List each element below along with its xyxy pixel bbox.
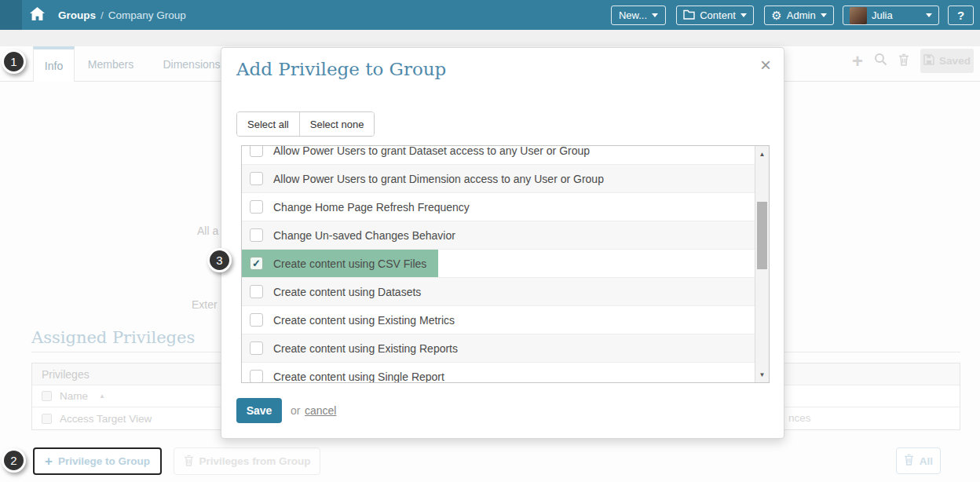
privilege-label: Allow Power Users to grant Dimension acc… — [273, 173, 627, 185]
privilege-checkbox[interactable] — [250, 370, 263, 383]
cancel-link[interactable]: cancel — [305, 404, 336, 417]
list-scrollbar[interactable]: ▲ ▼ — [755, 146, 769, 382]
chevron-down-icon — [926, 13, 932, 17]
add-privilege-button-label: Privilege to Group — [58, 455, 150, 467]
table-group-header-label: Privileges — [42, 368, 90, 381]
remove-privileges-button-label: Privileges from Group — [199, 455, 311, 467]
privilege-row[interactable]: Create content using Datasets — [242, 278, 769, 306]
scroll-down-icon[interactable]: ▼ — [755, 368, 769, 381]
privilege-label: Change Un-saved Changes Behavior — [273, 229, 479, 242]
close-icon[interactable]: × — [760, 56, 771, 75]
floppy-icon — [923, 54, 934, 68]
admin-button[interactable]: ⚙ Admin — [764, 5, 834, 25]
top-header: Groups / Company Group New... Content ⚙ … — [0, 0, 980, 30]
scrollbar-thumb[interactable] — [757, 202, 767, 269]
breadcrumb: Groups / Company Group — [58, 0, 186, 30]
select-all-button[interactable]: Select all — [237, 112, 299, 136]
user-avatar — [850, 7, 867, 24]
saved-button-label: Saved — [939, 55, 971, 67]
select-none-button[interactable]: Select none — [299, 112, 375, 136]
tab-dimensions-label: Dimensions — [163, 58, 220, 71]
clipped-label-exter: Exter — [192, 298, 218, 311]
content-button[interactable]: Content — [676, 5, 754, 25]
breadcrumb-current: Company Group — [108, 9, 186, 21]
tab-members[interactable]: Members — [79, 46, 143, 82]
privilege-row[interactable]: Create content using Single Report — [242, 363, 769, 383]
row-checkbox[interactable] — [42, 414, 52, 424]
help-button-label: ? — [957, 9, 964, 22]
privilege-label: Create content using Datasets — [273, 286, 444, 298]
user-menu-button[interactable]: Julia — [843, 5, 939, 25]
privilege-checkbox[interactable] — [250, 200, 263, 214]
saved-button[interactable]: Saved — [920, 49, 974, 73]
header-left-accent — [0, 0, 22, 30]
trash-icon — [184, 455, 194, 469]
annotation-step-1: 1 — [2, 49, 26, 74]
chevron-down-icon — [821, 13, 827, 17]
or-text: or — [291, 404, 300, 417]
clipped-cell-text: nces — [788, 412, 811, 424]
breadcrumb-groups-link[interactable]: Groups — [58, 9, 96, 21]
home-button[interactable] — [27, 7, 47, 23]
chevron-down-icon — [652, 13, 658, 17]
trash-icon[interactable] — [898, 53, 909, 69]
privilege-checkbox[interactable] — [250, 285, 263, 298]
screen: Groups / Company Group New... Content ⚙ … — [0, 0, 980, 482]
home-icon — [30, 7, 45, 24]
add-privilege-button[interactable]: + Privilege to Group — [33, 447, 162, 475]
delete-all-button-label: All — [920, 455, 933, 467]
save-button[interactable]: Save — [236, 398, 282, 423]
privilege-checkbox[interactable] — [250, 228, 263, 242]
privilege-row[interactable]: Change Home Page Refresh Frequency — [242, 193, 769, 221]
privilege-label: Change Home Page Refresh Frequency — [273, 201, 493, 214]
trash-icon — [904, 454, 914, 468]
chevron-down-icon — [740, 13, 747, 17]
add-icon[interactable]: + — [852, 52, 863, 71]
privilege-checkbox[interactable] — [250, 145, 263, 157]
breadcrumb-separator: / — [101, 9, 104, 21]
privilege-checkbox-checked[interactable]: ✓ — [250, 257, 263, 270]
assigned-privileges-heading: Assigned Privileges — [31, 328, 195, 347]
privilege-row[interactable]: Change Un-saved Changes Behavior — [242, 221, 769, 250]
privilege-label: Create content using Existing Metrics — [273, 314, 478, 327]
tab-members-label: Members — [88, 58, 133, 71]
folder-icon — [683, 9, 695, 22]
content-button-label: Content — [700, 9, 736, 21]
privilege-label: Create content using Existing Reports — [273, 342, 481, 355]
sort-asc-icon[interactable]: ▲ — [99, 393, 105, 400]
scroll-up-icon[interactable]: ▲ — [755, 148, 769, 160]
page-top-strip — [0, 30, 980, 46]
remove-privileges-button[interactable]: Privileges from Group — [174, 447, 320, 475]
privilege-label: Create content using Single Report — [273, 371, 468, 383]
privilege-row[interactable]: Create content using Existing Reports — [242, 334, 769, 363]
new-button[interactable]: New... — [611, 5, 666, 25]
new-button-label: New... — [619, 9, 647, 21]
table-row-label: Access Target View — [60, 413, 152, 425]
privilege-label: Create content using CSV Files — [273, 257, 450, 270]
page-toolbar: + Saved — [852, 49, 974, 73]
tab-info-label: Info — [45, 60, 63, 72]
tab-info[interactable]: Info — [33, 46, 75, 82]
search-icon[interactable] — [874, 53, 887, 69]
delete-all-button[interactable]: All — [896, 447, 941, 474]
select-all-checkbox[interactable] — [42, 391, 52, 401]
name-column-label: Name — [60, 390, 88, 402]
privilege-row[interactable]: Allow Power Users to grant Dataset acces… — [242, 145, 769, 165]
tab-dimensions[interactable]: Dimensions — [154, 46, 229, 82]
annotation-step-3: 3 — [207, 248, 232, 272]
gear-icon: ⚙ — [771, 9, 781, 21]
privilege-list: Allow Power Users to grant Dataset acces… — [241, 145, 770, 383]
select-button-group: Select all Select none — [236, 111, 375, 137]
privilege-label: Allow Power Users to grant Dataset acces… — [273, 145, 613, 157]
plus-icon: + — [45, 455, 53, 468]
privilege-row[interactable]: Allow Power Users to grant Dimension acc… — [242, 165, 769, 193]
clipped-label-all: All a — [197, 225, 218, 237]
privilege-checkbox[interactable] — [250, 313, 263, 327]
privilege-checkbox[interactable] — [250, 172, 263, 185]
privilege-row[interactable]: Create content using Existing Metrics — [242, 306, 769, 334]
modal-title: Add Privilege to Group — [236, 59, 446, 79]
privilege-row-selected[interactable]: ✓ Create content using CSV Files — [242, 250, 769, 278]
help-button[interactable]: ? — [948, 5, 974, 25]
admin-button-label: Admin — [787, 9, 816, 21]
privilege-checkbox[interactable] — [250, 341, 263, 355]
